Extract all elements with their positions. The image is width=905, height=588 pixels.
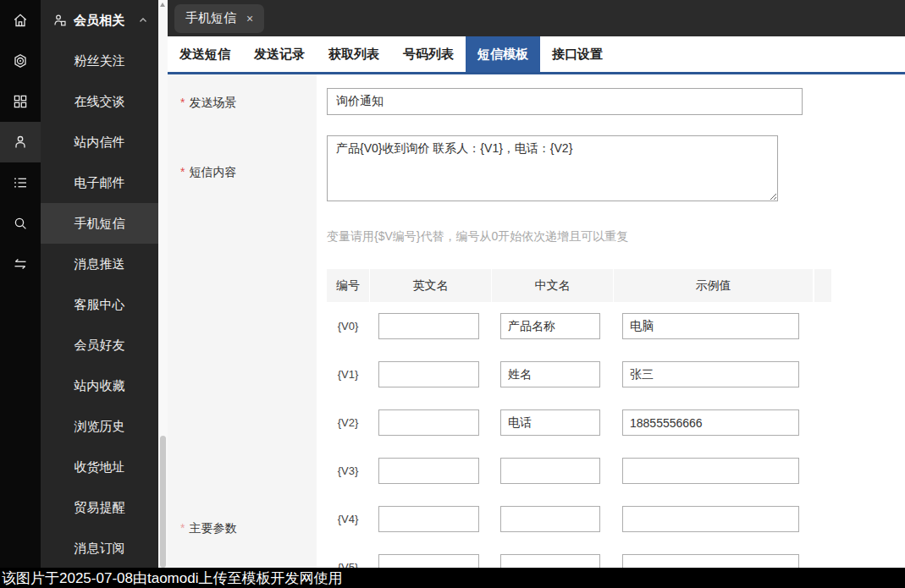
tab-api-settings[interactable]: 接口设置 — [540, 36, 615, 72]
param-example-input[interactable] — [622, 506, 799, 532]
sidebar-header-label: 会员相关 — [74, 13, 124, 29]
target-icon — [12, 52, 29, 69]
topbar: 手机短信 × — [168, 0, 905, 36]
param-row: {V3} — [327, 447, 831, 495]
sidebar-item-message-subscribe[interactable]: 消息订阅 — [41, 528, 158, 569]
param-id-label: {V4} — [327, 513, 369, 525]
main-params-label-text: 主要参数 — [189, 521, 236, 535]
tab-send-sms[interactable]: 发送短信 — [168, 36, 242, 72]
tab-number-list[interactable]: 号码列表 — [391, 36, 466, 72]
sidebar: 会员相关 粉丝关注在线交谈站内信件电子邮件手机短信消息推送客服中心会员好友站内收… — [41, 0, 158, 568]
sidebar-item-site-favorites[interactable]: 站内收藏 — [41, 365, 158, 406]
swap-icon — [12, 256, 29, 272]
params-header: 编号英文名中文名示例值 — [327, 269, 831, 302]
sidebar-item-message-push[interactable]: 消息推送 — [41, 244, 158, 284]
param-row: {V0} — [327, 302, 831, 350]
content: *发送场景 *短信内容 *主要参数 产品{V0}收到询价 联系人：{V1}，电话… — [168, 74, 905, 568]
param-cn-name-input[interactable] — [500, 361, 600, 387]
rail-item-swap[interactable] — [0, 244, 41, 284]
scrollbar-thumb[interactable] — [160, 436, 166, 568]
search-icon — [12, 215, 29, 232]
param-example-input[interactable] — [622, 313, 799, 339]
param-example-input[interactable] — [622, 409, 799, 436]
param-cn-name-input[interactable] — [500, 458, 600, 484]
param-en-name-input[interactable] — [378, 313, 479, 339]
param-id-label: {V3} — [327, 464, 369, 477]
param-en-name-input[interactable] — [378, 506, 479, 532]
rail-item-user[interactable] — [0, 122, 41, 162]
params-table: 编号英文名中文名示例值 {V0}{V1}{V2}{V3}{V4}{V5} — [327, 269, 831, 568]
param-row: {V5} — [327, 543, 831, 568]
sidebar-item-mobile-sms[interactable]: 手机短信 — [41, 203, 158, 244]
required-mark: * — [180, 521, 185, 535]
sidebar-item-site-mail[interactable]: 站内信件 — [41, 122, 158, 162]
params-header-spacer — [814, 269, 831, 302]
sms-content-textarea[interactable]: 产品{V0}收到询价 联系人：{V1}，电话：{V2} — [327, 135, 778, 201]
open-tab-chip[interactable]: 手机短信 × — [174, 4, 264, 33]
param-cn-name-input[interactable] — [500, 554, 600, 568]
main-panel: 手机短信 × 发送短信发送记录获取列表号码列表短信模板接口设置 *发送场景 *短… — [168, 0, 905, 568]
user-icon — [12, 134, 29, 151]
tab-get-list[interactable]: 获取列表 — [317, 36, 391, 72]
required-mark: * — [180, 96, 185, 109]
param-cn-name-input[interactable] — [500, 313, 600, 339]
sidebar-item-online-chat[interactable]: 在线交谈 — [41, 81, 158, 122]
close-icon[interactable]: × — [246, 13, 253, 25]
list-icon — [12, 174, 29, 191]
param-row: {V2} — [327, 398, 831, 447]
param-cn-name-input[interactable] — [500, 506, 600, 532]
params-col-header: 编号 — [327, 269, 369, 302]
app-window: 会员相关 粉丝关注在线交谈站内信件电子邮件手机短信消息推送客服中心会员好友站内收… — [0, 0, 905, 568]
scene-input[interactable] — [327, 88, 803, 115]
param-id-label: {V5} — [327, 561, 369, 568]
home-icon — [12, 12, 29, 29]
rail-item-home[interactable] — [0, 0, 41, 41]
sidebar-item-shipping-address[interactable]: 收货地址 — [41, 447, 158, 487]
form-area: 产品{V0}收到询价 联系人：{V1}，电话：{V2} 变量请用{$V编号}代替… — [317, 74, 905, 568]
param-example-input[interactable] — [622, 361, 799, 387]
variable-hint: 变量请用{$V编号}代替，编号从0开始依次递增且可以重复 — [327, 229, 628, 245]
icon-rail — [0, 0, 41, 568]
sidebar-item-browse-history[interactable]: 浏览历史 — [41, 406, 158, 447]
tab-send-records[interactable]: 发送记录 — [242, 36, 317, 72]
watermark-text: 该图片于2025-07-08由taomodi上传至模板开发网使用 — [2, 569, 342, 588]
params-col-header: 示例值 — [614, 269, 813, 302]
param-cn-name-input[interactable] — [500, 409, 600, 436]
sidebar-menu: 粉丝关注在线交谈站内信件电子邮件手机短信消息推送客服中心会员好友站内收藏浏览历史… — [41, 41, 158, 569]
sidebar-item-service-center[interactable]: 客服中心 — [41, 284, 158, 325]
sidebar-item-member-friends[interactable]: 会员好友 — [41, 325, 158, 365]
param-en-name-input[interactable] — [378, 458, 479, 484]
required-mark: * — [180, 165, 185, 179]
sidebar-item-trade-reminder[interactable]: 贸易提醒 — [41, 487, 158, 528]
param-id-label: {V1} — [327, 368, 369, 381]
sidebar-item-fans-follow[interactable]: 粉丝关注 — [41, 41, 158, 81]
param-row: {V1} — [327, 350, 831, 398]
rail-item-search[interactable] — [0, 203, 41, 244]
param-en-name-input[interactable] — [378, 554, 479, 568]
sidebar-scrollbar[interactable] — [158, 0, 168, 568]
rail-item-grid[interactable] — [0, 81, 41, 122]
param-id-label: {V0} — [327, 320, 369, 332]
param-example-input[interactable] — [622, 554, 799, 568]
param-en-name-input[interactable] — [378, 409, 479, 436]
sms-content-label-text: 短信内容 — [189, 165, 236, 179]
params-col-header: 中文名 — [492, 269, 613, 302]
scroll-up-arrow-icon[interactable] — [160, 3, 165, 7]
member-icon — [52, 13, 68, 28]
rail-item-target[interactable] — [0, 41, 41, 81]
watermark-bar: 该图片于2025-07-08由taomodi上传至模板开发网使用 — [0, 568, 905, 588]
sidebar-header[interactable]: 会员相关 — [41, 0, 158, 41]
param-id-label: {V2} — [327, 416, 369, 429]
params-col-header: 英文名 — [370, 269, 491, 302]
rail-item-list[interactable] — [0, 162, 41, 203]
sidebar-item-email[interactable]: 电子邮件 — [41, 162, 158, 203]
sms-content-label: *短信内容 — [180, 165, 236, 180]
grid-icon — [12, 93, 29, 110]
open-tab-label: 手机短信 — [185, 10, 236, 26]
form-label-column: *发送场景 *短信内容 *主要参数 — [168, 74, 317, 568]
chevron-up-icon[interactable] — [138, 15, 148, 25]
param-example-input[interactable] — [622, 458, 799, 484]
tab-sms-template[interactable]: 短信模板 — [466, 36, 540, 72]
main-params-label: *主要参数 — [180, 521, 236, 536]
param-en-name-input[interactable] — [378, 361, 479, 387]
